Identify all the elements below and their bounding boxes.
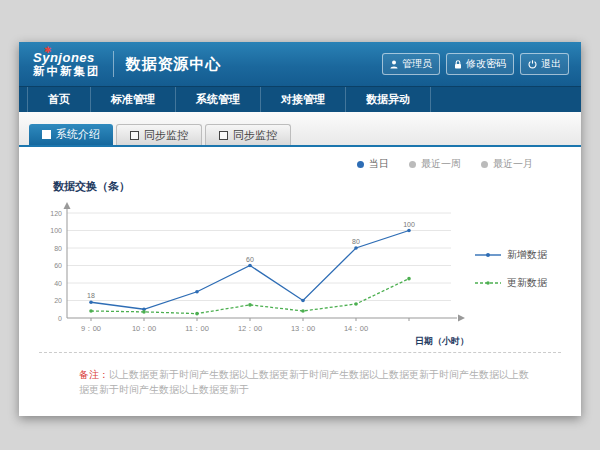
svg-text:日期（小时）: 日期（小时） — [415, 336, 469, 346]
nav-item-standard-mgmt[interactable]: 标准管理 — [91, 87, 176, 112]
filter-last-week[interactable]: 最近一周 — [409, 157, 461, 171]
svg-text:60: 60 — [246, 256, 254, 263]
filter-label: 最近一周 — [421, 157, 461, 171]
radio-dot-icon — [357, 161, 364, 168]
document-icon — [130, 131, 139, 140]
change-password-label: 修改密码 — [466, 57, 506, 71]
chart-area: 0204060801001209：0010：0011：0012：0013：001… — [39, 196, 561, 348]
svg-text:100: 100 — [50, 227, 62, 234]
svg-text:80: 80 — [54, 245, 62, 252]
tab-label: 系统介绍 — [56, 127, 100, 142]
header-actions: 管理员 修改密码 退出 — [382, 53, 569, 75]
svg-text:120: 120 — [50, 210, 62, 217]
logout-label: 退出 — [541, 57, 561, 71]
power-icon — [528, 60, 537, 69]
nav-item-system-mgmt[interactable]: 系统管理 — [176, 87, 261, 112]
header-bar: Synjones ✱ 新中新集团 数据资源中心 管理员 修改密码 — [19, 42, 581, 86]
radio-dot-icon — [409, 161, 416, 168]
svg-text:9：00: 9：00 — [81, 324, 101, 333]
svg-text:11：00: 11：00 — [185, 324, 209, 333]
y-axis-title: 数据交换（条） — [53, 179, 561, 194]
company-logo: Synjones ✱ 新中新集团 — [33, 51, 101, 77]
app-window: Synjones ✱ 新中新集团 数据资源中心 管理员 修改密码 — [19, 42, 581, 416]
svg-text:100: 100 — [403, 221, 415, 228]
svg-text:12：00: 12：00 — [238, 324, 262, 333]
tab-strip: 系统介绍 同步监控 同步监控 — [19, 112, 581, 147]
main-nav: 首页 标准管理 系统管理 对接管理 数据异动 — [19, 86, 581, 112]
header-divider — [113, 51, 114, 77]
svg-text:20: 20 — [54, 297, 62, 304]
svg-text:13：00: 13：00 — [291, 324, 315, 333]
footnote: 备注：以上数据更新于时间产生数据以上数据更新于时间产生数据以上数据更新于时间产生… — [39, 352, 561, 397]
change-password-button[interactable]: 修改密码 — [446, 53, 514, 75]
lock-icon — [454, 60, 462, 69]
time-range-filters: 当日 最近一周 最近一月 — [39, 157, 561, 171]
logo-subtitle: 新中新集团 — [33, 65, 101, 77]
svg-text:40: 40 — [54, 280, 62, 287]
filter-today[interactable]: 当日 — [357, 157, 389, 171]
svg-text:0: 0 — [58, 315, 62, 322]
chart-panel: 当日 最近一周 最近一月 数据交换（条） 0204060801001209：00… — [19, 147, 581, 397]
filter-last-month[interactable]: 最近一月 — [481, 157, 533, 171]
green-dashed-sample-icon — [475, 279, 501, 287]
tab-sync-monitor-1[interactable]: 同步监控 — [116, 124, 202, 145]
logo-star-icon: ✱ — [44, 46, 52, 55]
svg-text:80: 80 — [352, 238, 360, 245]
svg-text:60: 60 — [54, 262, 62, 269]
admin-button[interactable]: 管理员 — [382, 53, 440, 75]
document-icon — [219, 131, 228, 140]
nav-item-integration-mgmt[interactable]: 对接管理 — [261, 87, 346, 112]
legend-item-update-data: 更新数据 — [475, 276, 547, 290]
nav-item-home[interactable]: 首页 — [27, 87, 91, 112]
document-icon — [42, 130, 51, 139]
tab-label: 同步监控 — [144, 128, 188, 143]
line-chart: 0204060801001209：0010：0011：0012：0013：001… — [39, 196, 471, 348]
logout-button[interactable]: 退出 — [520, 53, 569, 75]
radio-dot-icon — [481, 161, 488, 168]
svg-text:10：00: 10：00 — [132, 324, 156, 333]
tab-system-intro[interactable]: 系统介绍 — [29, 124, 113, 145]
footnote-text: 以上数据更新于时间产生数据以上数据更新于时间产生数据以上数据更新于时间产生数据以… — [79, 369, 529, 395]
page-title: 数据资源中心 — [126, 55, 222, 74]
admin-label: 管理员 — [402, 57, 432, 71]
user-icon — [390, 60, 398, 69]
filter-label: 最近一月 — [493, 157, 533, 171]
tab-label: 同步监控 — [233, 128, 277, 143]
legend-label: 更新数据 — [507, 276, 547, 290]
blue-line-sample-icon — [475, 251, 501, 259]
tab-sync-monitor-2[interactable]: 同步监控 — [205, 124, 291, 145]
legend-label: 新增数据 — [507, 248, 547, 262]
nav-item-data-change[interactable]: 数据异动 — [346, 87, 431, 112]
footnote-prefix: 备注： — [79, 369, 109, 380]
series-legend: 新增数据 更新数据 — [475, 248, 547, 290]
legend-item-new-data: 新增数据 — [475, 248, 547, 262]
filter-label: 当日 — [369, 157, 389, 171]
svg-text:14：00: 14：00 — [344, 324, 368, 333]
svg-text:18: 18 — [87, 292, 95, 299]
